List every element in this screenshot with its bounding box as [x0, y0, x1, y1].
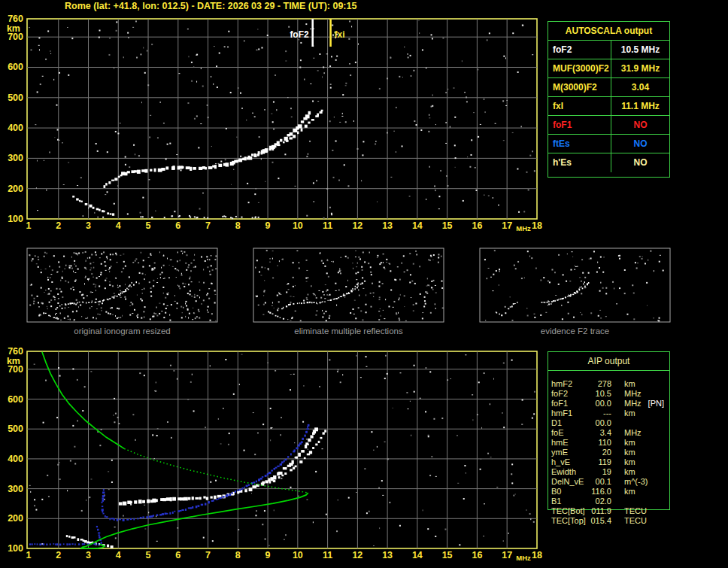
svg-text:5: 5: [146, 220, 151, 231]
autoscala-row-M3000F2: M(3000)F23.04: [548, 78, 669, 97]
svg-text:200: 200: [8, 513, 23, 524]
aip-row-TECBot: TEC[Bot]011.9TECU: [551, 506, 670, 516]
aip-param-unit: MHz: [624, 389, 642, 399]
svg-text:1: 1: [26, 550, 32, 560]
svg-text:400: 400: [8, 123, 23, 133]
svg-text:3: 3: [86, 220, 91, 231]
aip-param-label: B0: [551, 487, 590, 497]
autoscala-param-value: NO: [611, 153, 669, 172]
aip-row-DelNvE: DelN_vE00.1m^(-3): [551, 477, 670, 487]
svg-text:9: 9: [265, 550, 271, 560]
thumb-caption-original: original ionogram resized: [27, 327, 217, 336]
aip-param-label: ymE: [551, 448, 590, 457]
svg-text:300: 300: [8, 153, 23, 163]
svg-text:fxi: fxi: [335, 29, 345, 40]
autoscala-panel: AUTOSCALA output foF210.5 MHzMUF(3000)F2…: [548, 21, 670, 178]
top-ionogram-plot: 123456789101112131415161718MHz7607006005…: [7, 14, 542, 232]
aip-param-label: foF1: [551, 399, 590, 409]
svg-text:18: 18: [532, 550, 542, 560]
aip-row-Ewidth: Ewidth19km: [551, 467, 670, 477]
svg-text:100: 100: [8, 543, 23, 554]
svg-text:16: 16: [472, 550, 482, 560]
aip-param-label: B1: [551, 497, 590, 506]
aip-param-unit: km: [624, 409, 635, 418]
aip-param-label: foF2: [551, 389, 590, 399]
aip-panel: AIP output hmF2278kmfoF210.5MHzfoF100.0M…: [548, 351, 670, 510]
svg-text:14: 14: [412, 220, 423, 231]
autoscala-param-value: 31.9 MHz: [611, 59, 669, 77]
aip-param-label: Ewidth: [551, 467, 590, 477]
aip-param-value: 116.0: [590, 487, 611, 497]
svg-text:2: 2: [56, 550, 61, 560]
svg-text:9: 9: [265, 220, 271, 231]
svg-text:4: 4: [116, 220, 121, 231]
aip-param-unit: km: [624, 457, 635, 467]
aip-param-unit: TECU: [624, 516, 647, 526]
aip-param-value: 00.0: [590, 418, 611, 428]
aip-param-label: foE: [551, 428, 590, 438]
aip-param-value: 3.4: [590, 428, 611, 438]
svg-text:8: 8: [235, 550, 241, 560]
svg-text:100: 100: [8, 214, 23, 224]
aip-param-label: TEC[Top]: [551, 516, 590, 526]
aip-param-flag: [PN]: [648, 399, 664, 409]
aip-param-value: 011.9: [590, 506, 611, 516]
svg-text:200: 200: [8, 184, 23, 194]
aip-row-B1: B102.0: [551, 497, 670, 506]
svg-text:3: 3: [86, 550, 91, 560]
autoscala-param-value: NO: [611, 135, 669, 153]
aip-param-value: 20: [590, 448, 611, 457]
autoscala-param-label: fxI: [548, 97, 611, 115]
aip-param-value: 015.4: [590, 516, 611, 526]
aip-param-unit: km: [624, 379, 635, 389]
aip-param-value: 119: [590, 457, 611, 467]
svg-text:16: 16: [472, 220, 482, 231]
aip-param-label: hmE: [551, 438, 590, 448]
svg-text:15: 15: [442, 550, 453, 560]
svg-text:600: 600: [8, 394, 23, 405]
svg-text:5: 5: [146, 550, 151, 560]
autoscala-param-label: ftEs: [548, 135, 611, 153]
aip-row-hmE: hmE110km: [551, 438, 670, 448]
autoscala-row-foF1: foF1NO: [548, 116, 669, 135]
aip-param-unit: TECU: [624, 506, 647, 516]
aip-param-label: h_vE: [551, 457, 590, 467]
aip-row-B0: B0116.0km: [551, 487, 670, 497]
svg-text:2: 2: [56, 220, 61, 231]
svg-text:13: 13: [382, 220, 393, 231]
aip-row-foE: foE3.4MHz: [551, 428, 670, 438]
svg-text:6: 6: [175, 220, 180, 231]
aip-rows: hmF2278kmfoF210.5MHzfoF100.0MHz[PN]hmF1-…: [551, 379, 670, 526]
aip-panel-title: AIP output: [548, 352, 669, 371]
svg-text:600: 600: [8, 62, 23, 72]
thumb-plot-0: [27, 248, 217, 322]
autoscala-param-label: MUF(3000)F2: [548, 59, 611, 77]
svg-text:8: 8: [235, 220, 241, 231]
svg-text:18: 18: [532, 220, 542, 231]
aip-param-value: 110: [590, 438, 611, 448]
svg-text:11: 11: [323, 550, 332, 560]
aip-param-value: 02.0: [590, 497, 611, 506]
svg-text:10: 10: [293, 550, 303, 560]
thumb-caption-eliminate: eliminate multiple reflections: [253, 327, 444, 336]
autoscala-panel-title: AUTOSCALA output: [548, 22, 669, 41]
aip-param-label: TEC[Bot]: [551, 506, 590, 516]
svg-text:500: 500: [8, 424, 23, 434]
aip-param-value: 00.1: [590, 477, 611, 487]
aip-row-foF2: foF210.5MHz: [551, 389, 670, 399]
thumb-caption-evidence: evidence F2 trace: [480, 327, 670, 336]
svg-text:17: 17: [502, 550, 512, 560]
svg-text:foF2: foF2: [290, 29, 309, 40]
aip-param-label: DelN_vE: [551, 477, 590, 487]
autoscala-row-hEs: h'EsNO: [548, 153, 669, 172]
svg-text:7: 7: [205, 550, 211, 560]
aip-row-ymE: ymE20km: [551, 448, 670, 457]
aip-param-unit: km: [624, 438, 635, 448]
svg-text:MHz: MHz: [516, 554, 531, 562]
svg-text:4: 4: [116, 550, 121, 560]
autoscala-param-value: NO: [611, 116, 669, 134]
aip-param-unit: m^(-3): [624, 477, 648, 487]
autoscala-param-label: foF1: [548, 116, 611, 134]
svg-text:6: 6: [175, 550, 180, 560]
svg-text:760: 760: [8, 346, 23, 357]
